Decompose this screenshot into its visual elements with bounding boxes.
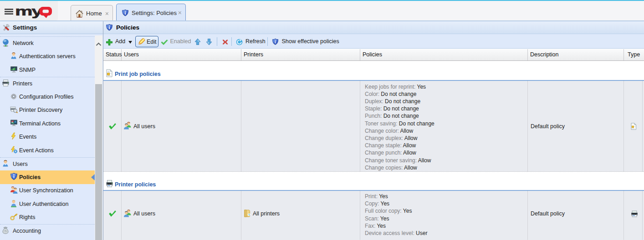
svg-text:my: my <box>15 6 43 18</box>
